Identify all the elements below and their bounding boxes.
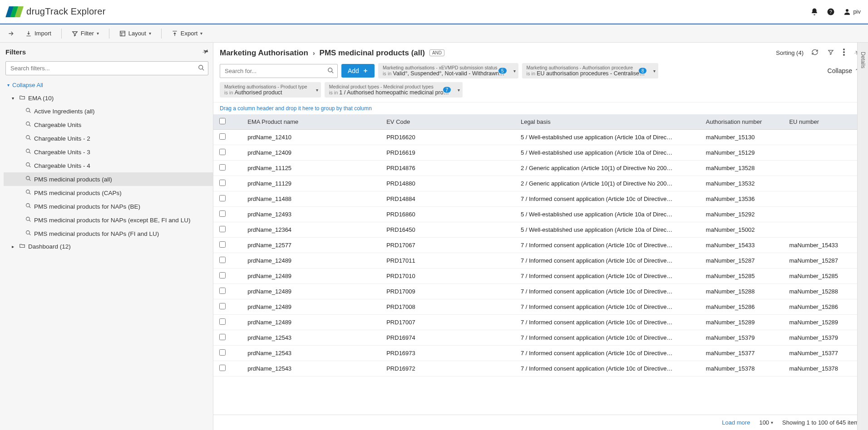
filter-chip[interactable]: Medicinal product types - Medicinal prod… bbox=[325, 82, 463, 98]
row-checkbox[interactable] bbox=[219, 257, 226, 263]
table-row[interactable]: prdName_12577 PRD17067 7 / Informed cons… bbox=[213, 238, 868, 253]
tree-item[interactable]: PMS medicinal products for NAPs (except … bbox=[4, 213, 213, 227]
chevron-down-icon: ▾ bbox=[200, 31, 202, 36]
more-icon[interactable] bbox=[842, 47, 846, 59]
cell-legal-basis: 7 / Informed consent application (Articl… bbox=[516, 315, 701, 330]
tree-item[interactable]: Chargeable Units - 3 bbox=[4, 145, 213, 159]
load-more-link[interactable]: Load more bbox=[722, 419, 750, 426]
search-for-input[interactable] bbox=[220, 64, 338, 78]
col-ev-code[interactable]: EV Code bbox=[382, 114, 516, 130]
details-rail[interactable]: Details bbox=[857, 43, 868, 430]
tree-item[interactable]: Active Ingredients (all) bbox=[4, 104, 213, 118]
tree-item[interactable]: PMS medicinal products (CAPs) bbox=[4, 186, 213, 200]
cell-auth-number: maNumber_15292 bbox=[701, 207, 785, 222]
main-panel: Marketing Authorisation › PMS medicinal … bbox=[213, 43, 868, 430]
sorting-label[interactable]: Sorting (4) bbox=[776, 49, 804, 56]
select-all-checkbox[interactable] bbox=[219, 118, 226, 124]
row-checkbox[interactable] bbox=[219, 334, 226, 340]
breadcrumb: Marketing Authorisation › PMS medicinal … bbox=[220, 49, 444, 58]
table-row[interactable]: prdName_12543 PRD16973 7 / Informed cons… bbox=[213, 346, 868, 361]
row-checkbox[interactable] bbox=[219, 210, 226, 217]
row-checkbox[interactable] bbox=[219, 164, 226, 171]
import-button[interactable]: Import bbox=[21, 28, 56, 39]
user-menu[interactable]: piv bbox=[843, 8, 861, 16]
notifications-icon[interactable] bbox=[810, 8, 819, 16]
export-button[interactable]: Export▾ bbox=[167, 28, 207, 39]
refresh-icon[interactable] bbox=[810, 47, 820, 59]
col-product-name[interactable]: EMA Product name bbox=[243, 114, 382, 130]
table-row[interactable]: prdName_12489 PRD17010 7 / Informed cons… bbox=[213, 269, 868, 284]
row-checkbox[interactable] bbox=[219, 288, 226, 294]
help-icon[interactable]: ? bbox=[827, 8, 835, 16]
cell-eu-number bbox=[784, 130, 868, 145]
table-row[interactable]: prdName_12543 PRD16974 7 / Informed cons… bbox=[213, 330, 868, 346]
row-checkbox[interactable] bbox=[219, 303, 226, 309]
cell-eu-number bbox=[784, 207, 868, 222]
add-button[interactable]: Add bbox=[341, 64, 375, 78]
table-row[interactable]: prdName_12489 PRD17011 7 / Informed cons… bbox=[213, 253, 868, 269]
svg-point-7 bbox=[26, 136, 30, 139]
filter-chip[interactable]: Marketing authorisations - xEVMPD submis… bbox=[378, 63, 518, 78]
row-checkbox[interactable] bbox=[219, 195, 226, 201]
filter-icon[interactable] bbox=[826, 48, 835, 58]
select-all-header[interactable] bbox=[213, 114, 232, 130]
row-checkbox[interactable] bbox=[219, 149, 226, 155]
table-row[interactable]: prdName_11129 PRD14880 2 / Generic appli… bbox=[213, 176, 868, 191]
table-row[interactable]: prdName_12493 PRD16860 5 / Well-establis… bbox=[213, 207, 868, 222]
tree-item[interactable]: Chargeable Units - 4 bbox=[4, 159, 213, 172]
table-row[interactable]: prdName_12410 PRD16620 5 / Well-establis… bbox=[213, 130, 868, 145]
svg-text:?: ? bbox=[829, 9, 832, 14]
filter-chip[interactable]: Marketing authorisations - Authorisation… bbox=[522, 63, 659, 78]
tree-group[interactable]: ▸ Dashboard (12) bbox=[4, 240, 213, 253]
username: piv bbox=[853, 8, 861, 15]
tree-item[interactable]: PMS medicinal products (all) bbox=[4, 172, 213, 186]
filter-chip[interactable]: Marketing authorisations - Product type … bbox=[220, 82, 321, 98]
row-checkbox[interactable] bbox=[219, 241, 226, 248]
toolbar-expand-icon[interactable] bbox=[5, 30, 17, 37]
chip-value: is in Authorised product bbox=[224, 89, 307, 96]
chevron-right-icon: › bbox=[313, 49, 315, 57]
table-row[interactable]: prdName_12489 PRD17007 7 / Informed cons… bbox=[213, 315, 868, 330]
row-checkbox[interactable] bbox=[219, 272, 226, 279]
pin-icon[interactable] bbox=[201, 47, 210, 57]
cell-product-name: prdName_12543 bbox=[243, 361, 382, 376]
tree-item[interactable]: PMS medicinal products for NAPs (BE) bbox=[4, 200, 213, 213]
table-row[interactable]: prdName_11125 PRD14876 2 / Generic appli… bbox=[213, 161, 868, 176]
table-row[interactable]: prdName_12364 PRD16450 5 / Well-establis… bbox=[213, 222, 868, 238]
col-legal-basis[interactable]: Legal basis bbox=[516, 114, 701, 130]
filter-button[interactable]: Filter▾ bbox=[67, 28, 104, 39]
row-checkbox[interactable] bbox=[219, 365, 226, 371]
row-checkbox[interactable] bbox=[219, 133, 226, 140]
table-row[interactable]: prdName_12489 PRD17009 7 / Informed cons… bbox=[213, 284, 868, 299]
breadcrumb-level-1[interactable]: Marketing Authorisation bbox=[220, 49, 308, 58]
row-checkbox[interactable] bbox=[219, 318, 226, 325]
row-checkbox[interactable] bbox=[219, 180, 226, 186]
group-by-hint[interactable]: Drag a column header and drop it here to… bbox=[213, 102, 868, 114]
tree-item[interactable]: Chargeable Units - 2 bbox=[4, 132, 213, 145]
tree-item-label: PMS medicinal products for NAPs (except … bbox=[34, 217, 190, 224]
col-auth-number[interactable]: Authorisation number bbox=[701, 114, 785, 130]
search-filters-input[interactable] bbox=[5, 61, 208, 75]
collapse-all-link[interactable]: ▾Collapse All bbox=[4, 80, 213, 92]
table-row[interactable]: prdName_11488 PRD14884 7 / Informed cons… bbox=[213, 191, 868, 207]
tree-item[interactable]: PMS medicinal products for NAPs (FI and … bbox=[4, 227, 213, 240]
row-checkbox[interactable] bbox=[219, 226, 226, 232]
breadcrumb-level-2: PMS medicinal products (all) bbox=[320, 49, 425, 58]
table-row[interactable]: prdName_12543 PRD16972 7 / Informed cons… bbox=[213, 361, 868, 376]
logic-badge[interactable]: AND bbox=[429, 49, 444, 56]
table-row[interactable]: prdName_12409 PRD16619 5 / Well-establis… bbox=[213, 145, 868, 161]
collapse-toggle[interactable]: Collapse ⌃ bbox=[828, 67, 862, 74]
row-checkbox[interactable] bbox=[219, 349, 226, 356]
search-icon bbox=[25, 216, 31, 224]
tree-item[interactable]: Chargeable Units bbox=[4, 118, 213, 132]
tree-group[interactable]: ▾ EMA (10) bbox=[4, 92, 213, 104]
cell-auth-number: maNumber_15378 bbox=[701, 361, 785, 376]
page-size-select[interactable]: 100▾ bbox=[759, 419, 773, 426]
cell-eu-number bbox=[784, 176, 868, 191]
col-eu-number[interactable]: EU number bbox=[784, 114, 868, 130]
cell-legal-basis: 5 / Well-established use application (Ar… bbox=[516, 222, 701, 238]
layout-button[interactable]: Layout▾ bbox=[115, 28, 156, 39]
table-row[interactable]: prdName_12489 PRD17008 7 / Informed cons… bbox=[213, 299, 868, 315]
cell-product-name: prdName_12543 bbox=[243, 346, 382, 361]
cell-product-name: prdName_12409 bbox=[243, 145, 382, 161]
